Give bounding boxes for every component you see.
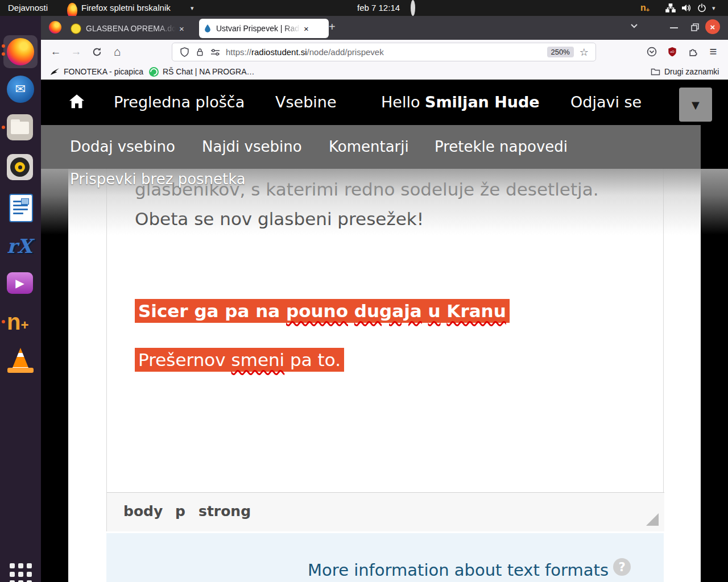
hamburger-menu-icon[interactable]: ≡	[705, 40, 721, 64]
editor-resize-handle[interactable]	[646, 513, 659, 526]
help-question-icon[interactable]: ?	[613, 558, 631, 576]
close-window-button[interactable]: ×	[705, 19, 720, 34]
clock[interactable]: feb 7 12:14	[357, 0, 400, 16]
firefox-menu-icon[interactable]	[49, 21, 61, 34]
forward-icon[interactable]: →	[68, 40, 84, 64]
nicotine-tray-icon[interactable]: n+	[640, 0, 650, 16]
ublock-origin-icon[interactable]: uO	[664, 40, 680, 64]
admin-logout-link[interactable]: Odjavi se	[570, 80, 642, 125]
selected-bold-line: Sicer ga pa na pouno dugaja u Kranu	[135, 301, 510, 321]
dock-rhythmbox-icon[interactable]	[7, 154, 34, 181]
app-menu-chevron-icon: ▾	[191, 0, 194, 16]
path-strong[interactable]: strong	[198, 493, 251, 532]
files-running-dot	[2, 126, 5, 129]
menu-comments[interactable]: Komentarji	[329, 125, 409, 169]
tab-glasbena-oprema[interactable]: GLASBENA OPREMA.doc ×	[66, 19, 202, 38]
wysiwyg-editor[interactable]: glasbenikov, s katerimi redno sodeluje ž…	[106, 169, 664, 531]
tab2-close-icon[interactable]: ×	[304, 24, 309, 34]
dock-files-icon[interactable]	[7, 114, 34, 142]
menu-find-content[interactable]: Najdi vsebino	[202, 125, 302, 169]
toggle-caret-icon: ▼	[692, 99, 700, 111]
drupal-admin-bar: Pregledna plošča Vsebine Hello Smiljan H…	[41, 80, 728, 125]
tab2-title: Ustvari Prispevek | Radio	[216, 24, 300, 33]
zoom-level-badge[interactable]: 250%	[547, 47, 574, 57]
pocket-icon[interactable]	[644, 40, 660, 64]
rocket-chat-icon	[149, 67, 159, 77]
home-icon[interactable]: ⌂	[109, 40, 125, 64]
firefox-window: GLASBENA OPREMA.doc × Ustvari Prispevek …	[41, 16, 728, 582]
menu-past-announcements[interactable]: Pretekle napovedi	[435, 125, 568, 169]
magpie-bird-icon	[50, 68, 60, 76]
bookmark-star-icon[interactable]: ☆	[580, 46, 589, 59]
dock-libreoffice-writer-icon[interactable]	[7, 194, 34, 221]
url-text: https://radiostudent.si/node/add/prispev…	[226, 47, 384, 57]
firefox-running-dot	[2, 44, 5, 48]
nicotine-running-dot	[2, 320, 5, 323]
path-p[interactable]: p	[175, 493, 185, 532]
list-tabs-chevron-icon[interactable]	[630, 23, 638, 28]
new-tab-button[interactable]: +	[329, 20, 336, 34]
navigation-bar: ← → ⌂ https://radiostudent.si/node/add/p…	[41, 40, 728, 64]
dock-vlc-icon[interactable]	[7, 347, 34, 374]
bookmark-fonoteka[interactable]: FONOTEKA - picapica	[50, 64, 143, 80]
screen: Dejavnosti Firefox spletni brskalnik ▾ f…	[0, 0, 728, 582]
extensions-puzzle-icon[interactable]	[685, 40, 701, 64]
tab1-close-icon[interactable]: ×	[179, 24, 184, 34]
dock-firefox-icon[interactable]	[7, 38, 34, 65]
show-applications-button[interactable]	[7, 560, 34, 582]
reload-icon[interactable]	[89, 40, 105, 64]
tracking-shield-icon[interactable]	[180, 47, 189, 57]
path-body[interactable]: body	[123, 493, 163, 532]
dock-nicotine-plus-icon[interactable]: n+	[7, 308, 34, 335]
shortcut-link[interactable]: Prispevki brez posnetka	[70, 171, 246, 188]
selected-line-2: Prešernov smeni pa to.	[135, 350, 344, 370]
recording-indicator-dot	[411, 0, 415, 16]
text-format-info-panel: More information about text formats ?	[106, 533, 664, 582]
editor-element-path-bar: body p strong	[107, 492, 664, 531]
text-formats-link[interactable]: More information about text formats	[308, 560, 609, 580]
activities-button[interactable]: Dejavnosti	[8, 0, 48, 16]
admin-home-icon[interactable]	[68, 93, 85, 111]
system-top-bar: Dejavnosti Firefox spletni brskalnik ▾ f…	[0, 0, 728, 16]
firefox-running-dot2	[2, 52, 5, 56]
user-name[interactable]: Smiljan Hude	[425, 93, 540, 111]
back-icon[interactable]: ←	[48, 40, 64, 64]
lock-icon[interactable]	[196, 47, 204, 57]
tab-bar: GLASBENA OPREMA.doc × Ustvari Prispevek …	[41, 16, 728, 40]
folder-icon	[651, 68, 660, 76]
admin-link-dashboard[interactable]: Pregledna plošča	[114, 80, 245, 125]
bookmark-rs-chat[interactable]: RŠ Chat | NA PROGRA…	[149, 64, 255, 80]
permissions-icon[interactable]	[210, 48, 220, 56]
menu-add-content[interactable]: Dodaj vsebino	[70, 125, 175, 169]
other-bookmarks-button[interactable]: Drugi zaznamki	[651, 64, 719, 80]
drupal-favicon	[204, 23, 212, 34]
dock-media-player-icon[interactable]: ▶	[7, 269, 34, 297]
drupal-shortcut-menu-bar: Dodaj vsebino Najdi vsebino Komentarji P…	[41, 125, 701, 169]
page-viewport: Pregledna plošča Vsebine Hello Smiljan H…	[41, 80, 728, 582]
url-bar[interactable]: https://radiostudent.si/node/add/prispev…	[172, 43, 596, 61]
dock-rx-app-icon[interactable]: rX	[7, 232, 34, 260]
svg-text:uO: uO	[670, 49, 675, 53]
dock: ✉ rX ▶ n+	[0, 16, 41, 582]
tab1-title: GLASBENA OPREMA.doc	[86, 24, 176, 33]
dock-thunderbird-icon[interactable]: ✉	[7, 76, 34, 103]
tab-ustvari-prispevek[interactable]: Ustvari Prispevek | Radio ×	[199, 19, 329, 38]
admin-link-content[interactable]: Vsebine	[275, 80, 337, 125]
doc-tab-favicon	[71, 23, 81, 34]
focused-app-menu[interactable]: Firefox spletni brskalnik	[81, 0, 171, 16]
bookmarks-bar: FONOTEKA - picapica RŠ Chat | NA PROGRA……	[41, 64, 728, 80]
system-menu-chevron-icon[interactable]: ▾	[712, 0, 715, 16]
admin-greeting: Hello Smiljan Hude	[381, 80, 540, 125]
toolbar-toggle-button[interactable]: ▼	[679, 88, 712, 122]
restore-button[interactable]	[691, 23, 699, 31]
form-content-area: glasbenikov, s katerimi redno sodeluje ž…	[68, 169, 701, 582]
minimize-button[interactable]	[670, 27, 678, 28]
